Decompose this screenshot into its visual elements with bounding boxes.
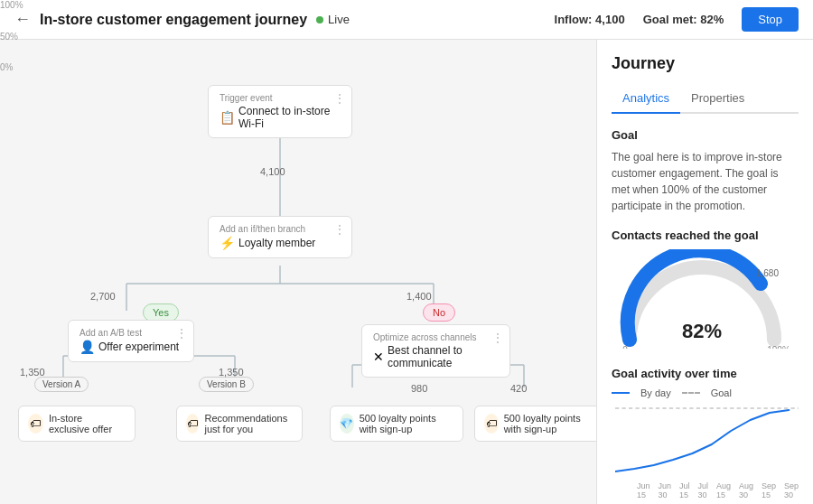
chart-title: Goal activity over time — [612, 367, 799, 380]
header: ← In-store customer engagement journey L… — [0, 0, 813, 40]
x-label-1: Jun30 — [658, 481, 671, 499]
main-layout: Trigger event 📋 Connect to in-store Wi-F… — [0, 40, 813, 504]
trigger-menu[interactable]: ⋮ — [333, 91, 346, 106]
action2-icon: 🏷 — [186, 414, 199, 434]
svg-text:1,680: 1,680 — [756, 268, 779, 278]
optimize-node[interactable]: Optimize across channels ✕ Best channel … — [361, 324, 510, 378]
chart-svg — [615, 404, 799, 476]
action4-icon: 🏷 — [484, 414, 499, 434]
action-node-1[interactable]: 🏷 In-store exclusive offer — [18, 406, 136, 442]
action3-label: 500 loyalty points with sign-up — [360, 413, 453, 434]
ab-menu[interactable]: ⋮ — [175, 326, 188, 341]
trigger-count: 4,100 — [260, 166, 285, 177]
header-left: ← In-store customer engagement journey L… — [14, 10, 544, 29]
x-label-0: Jun15 — [637, 481, 650, 499]
legend-goal: Goal — [711, 387, 732, 398]
goal-text: The goal here is to improve in-store cus… — [612, 149, 799, 214]
trigger-title: Connect to in-store Wi-Fi — [238, 105, 341, 130]
action3-icon: 💎 — [340, 414, 354, 434]
journey-nodes: Trigger event 📋 Connect to in-store Wi-F… — [18, 58, 596, 491]
version-b-badge: Version B — [199, 377, 254, 392]
panel-content: Goal The goal here is to improve in-stor… — [597, 114, 813, 504]
inflow-value: 4,100 — [595, 13, 625, 26]
goal-section-title: Goal — [612, 128, 799, 142]
trigger-label: Trigger event — [220, 93, 341, 103]
version-a-count: 1,350 — [20, 367, 45, 378]
action1-icon: 🏷 — [28, 414, 43, 434]
contacts-section-title: Contacts reached the goal — [612, 229, 799, 242]
tab-properties[interactable]: Properties — [680, 84, 755, 114]
chart-legend: By day Goal — [612, 387, 799, 398]
action1-label: In-store exclusive offer — [49, 413, 126, 434]
live-label: Live — [328, 13, 350, 26]
action-node-4[interactable]: 🏷 500 loyalty points with sign-up — [474, 406, 596, 442]
tab-analytics[interactable]: Analytics — [612, 84, 680, 114]
right-panel: Journey Analytics Properties Goal The go… — [596, 40, 813, 504]
yes-count: 2,700 — [90, 291, 116, 302]
header-right: Inflow: 4,100 Goal met: 82% Stop — [555, 7, 799, 32]
page-title: In-store customer engagement journey — [40, 12, 307, 28]
chart-x-labels: Jun15 Jun30 Jul15 Jul30 Aug15 Aug30 Sep1… — [637, 481, 799, 499]
x-label-7: Sep30 — [784, 481, 799, 499]
inflow-stat: Inflow: 4,100 — [555, 13, 625, 26]
optimize-count-980: 980 — [411, 383, 427, 394]
action-node-2[interactable]: 🏷 Recommendations just for you — [176, 406, 303, 442]
x-label-6: Sep15 — [762, 481, 776, 499]
action-count-420: 420 — [510, 383, 527, 394]
legend-by-day: By day — [640, 387, 671, 398]
branch-title: Loyalty member — [238, 237, 315, 249]
branch-node[interactable]: Add an if/then branch ⚡ Loyalty member ⋮ — [208, 216, 352, 258]
action-node-3[interactable]: 💎 500 loyalty points with sign-up — [330, 406, 463, 442]
no-badge: No — [423, 303, 455, 322]
goal-value: 82% — [700, 13, 724, 26]
optimize-menu[interactable]: ⋮ — [491, 331, 504, 345]
version-b-count: 1,350 — [219, 367, 244, 378]
chart-section: Goal activity over time By day Goal 100%… — [612, 367, 799, 499]
yes-badge: Yes — [143, 303, 179, 322]
svg-text:0: 0 — [622, 345, 628, 349]
x-label-2: Jul15 — [679, 481, 690, 499]
gauge-wrapper: 82% 0 100% 1,680 — [612, 249, 799, 352]
ab-title: Offer experiment — [98, 341, 179, 353]
x-label-3: Jul30 — [697, 481, 708, 499]
ab-node[interactable]: Add an A/B test 👤 Offer experiment ⋮ — [68, 320, 194, 362]
branch-label: Add an if/then branch — [220, 224, 341, 234]
inflow-label: Inflow: — [555, 13, 593, 26]
x-label-5: Aug30 — [739, 481, 753, 499]
panel-tabs: Analytics Properties — [612, 84, 799, 114]
legend-line-icon — [612, 392, 630, 394]
live-dot — [316, 16, 323, 23]
optimize-icon: ✕ — [373, 350, 384, 364]
x-label-4: Aug15 — [716, 481, 731, 499]
svg-text:82%: 82% — [682, 320, 722, 342]
chart-area — [615, 404, 799, 480]
chart-with-labels: 100% 50% 0% — [612, 404, 799, 480]
panel-header: Journey — [597, 40, 813, 84]
optimize-title: Best channel to communicate — [388, 344, 499, 369]
branch-menu[interactable]: ⋮ — [333, 222, 346, 237]
svg-text:100%: 100% — [767, 345, 790, 349]
stop-button[interactable]: Stop — [742, 7, 799, 32]
ab-label: Add an A/B test — [79, 328, 182, 338]
trigger-node[interactable]: Trigger event 📋 Connect to in-store Wi-F… — [208, 85, 352, 138]
goal-label: Goal met: — [643, 13, 697, 26]
gauge-svg: 82% 0 100% 1,680 — [612, 249, 792, 349]
goal-stat: Goal met: 82% — [643, 13, 724, 26]
action4-label: 500 loyalty points with sign-up — [504, 413, 596, 434]
branch-icon: ⚡ — [220, 236, 235, 250]
ab-icon: 👤 — [79, 340, 95, 354]
legend-dash-icon — [682, 392, 700, 394]
panel-title: Journey — [612, 54, 799, 73]
optimize-label: Optimize across channels — [373, 332, 499, 342]
trigger-icon: 📋 — [220, 110, 235, 125]
version-a-badge: Version A — [34, 377, 89, 392]
live-badge: Live — [316, 13, 350, 26]
no-count: 1,400 — [406, 291, 432, 302]
journey-canvas[interactable]: Trigger event 📋 Connect to in-store Wi-F… — [0, 40, 596, 504]
action2-label: Recommendations just for you — [204, 413, 293, 434]
